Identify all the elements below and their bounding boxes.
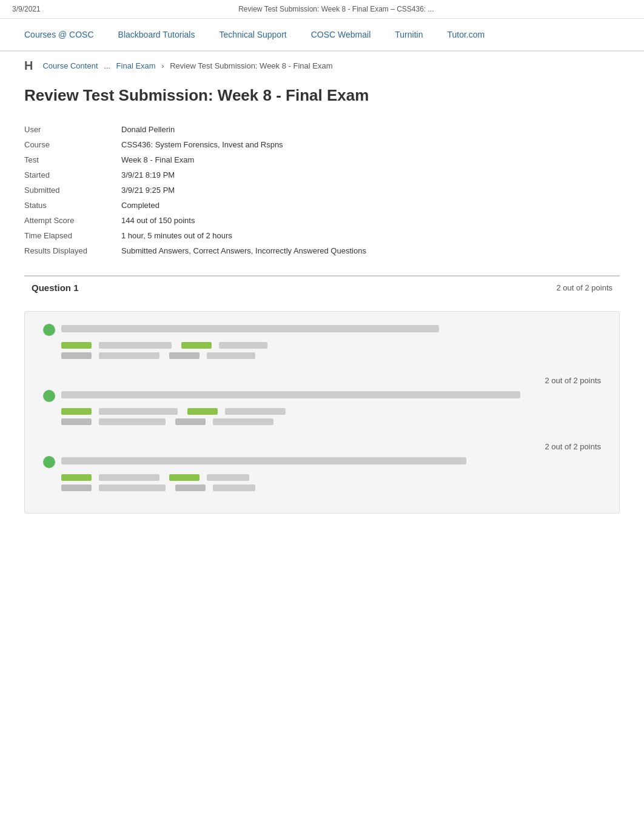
breadcrumb-final-exam[interactable]: Final Exam [116,61,156,70]
blurred-option-1a [61,342,601,349]
option-badge-2a2 [187,408,218,415]
info-label: Submitted [24,183,121,198]
option-badge-2a [61,408,92,415]
main-content: Review Test Submission: Week 8 - Final E… [0,80,644,550]
blurred-option-1b [61,352,601,359]
info-value: Completed [121,198,374,213]
info-label: User [24,122,121,137]
blurred-question-text-1 [61,325,439,332]
top-bar: 3/9/2021 Review Test Submission: Week 8 … [0,0,644,19]
info-row: Results DisplayedSubmitted Answers, Corr… [24,243,374,258]
blurred-score-1: 2 out of 2 points [43,376,601,385]
info-value: 144 out of 150 points [121,213,374,228]
info-label: Started [24,167,121,183]
nav-support[interactable]: Technical Support [207,19,298,50]
option-text-1a [99,342,172,349]
breadcrumb-current: Review Test Submission: Week 8 - Final E… [170,61,332,70]
blurred-option-3b [61,485,601,491]
option-badge-2b2 [175,418,206,425]
option-badge-1a2 [181,342,212,349]
blurred-score-2: 2 out of 2 points [43,442,601,451]
option-badge-1b [61,352,92,359]
option-badge-3a [61,474,92,481]
info-row: Submitted3/9/21 9:25 PM [24,183,374,198]
info-row: UserDonald Pellerin [24,122,374,137]
top-date: 3/9/2021 [12,5,41,13]
blurred-row-1 [43,324,601,359]
option-text-1b [99,352,159,359]
blurred-question-text-2 [61,391,520,398]
info-label: Test [24,152,121,167]
page-title: Review Test Submission: Week 8 - Final E… [24,86,620,105]
question-1-label: Question 1 [32,283,79,293]
correct-icon-3 [43,456,55,468]
option-text-2a [99,408,178,415]
info-row: Started3/9/21 8:19 PM [24,167,374,183]
blurred-section: 2 out of 2 points [24,311,620,514]
info-row: CourseCSS436: System Forensics, Invest a… [24,137,374,152]
info-label: Results Displayed [24,243,121,258]
breadcrumb: Course Content ... Final Exam › Review T… [42,61,332,70]
breadcrumb-sep-2: › [161,61,166,70]
breadcrumb-course-content[interactable]: Course Content [42,61,98,70]
nav-courses[interactable]: Courses @ COSC [12,19,106,50]
nav-bar: Courses @ COSC Blackboard Tutorials Tech… [0,19,644,52]
blurred-row-2 [43,390,601,425]
info-value: 3/9/21 8:19 PM [121,167,374,183]
correct-icon-1 [43,324,55,336]
question-1-header: Question 1 2 out of 2 points [24,275,620,299]
nav-webmail[interactable]: COSC Webmail [299,19,383,50]
info-value: 1 hour, 5 minutes out of 2 hours [121,228,374,243]
info-row: Attempt Score144 out of 150 points [24,213,374,228]
option-text-1a2 [219,342,267,349]
blurred-option-2b [61,418,601,425]
info-value: Submitted Answers, Correct Answers, Inco… [121,243,374,258]
info-row: StatusCompleted [24,198,374,213]
blurred-option-2a [61,408,601,415]
option-text-3b2 [213,485,255,491]
blurred-row-3 [43,456,601,491]
info-row: TestWeek 8 - Final Exam [24,152,374,167]
option-text-3b [99,485,166,491]
info-label: Time Elapsed [24,228,121,243]
option-text-2b [99,418,166,425]
option-badge-3a2 [169,474,200,481]
option-text-3a [99,474,159,481]
info-row: Time Elapsed1 hour, 5 minutes out of 2 h… [24,228,374,243]
blurred-row-2-header [43,390,601,402]
blurred-question-text-3 [61,457,466,464]
correct-icon-2 [43,390,55,402]
option-badge-3b [61,485,92,491]
info-label: Attempt Score [24,213,121,228]
nav-tutorials[interactable]: Blackboard Tutorials [106,19,207,50]
blurred-row-3-header [43,456,601,468]
option-badge-1b2 [169,352,200,359]
info-label: Status [24,198,121,213]
option-text-1b2 [207,352,255,359]
breadcrumb-area: H Course Content ... Final Exam › Review… [0,52,644,80]
breadcrumb-sep-1: ... [104,61,110,70]
info-value: CSS436: System Forensics, Invest and Rsp… [121,137,374,152]
question-1-points: 2 out of 2 points [556,283,612,292]
option-badge-1a [61,342,92,349]
option-badge-2b [61,418,92,425]
info-value: 3/9/21 9:25 PM [121,183,374,198]
nav-tutor[interactable]: Tutor.com [435,19,497,50]
option-text-3a2 [207,474,249,481]
option-text-2b2 [213,418,273,425]
info-table: UserDonald PellerinCourseCSS436: System … [24,122,374,258]
breadcrumb-home-icon: H [24,59,33,73]
info-value: Week 8 - Final Exam [121,152,374,167]
info-value: Donald Pellerin [121,122,374,137]
nav-turnitin[interactable]: Turnitin [383,19,435,50]
blurred-option-3a [61,474,601,481]
option-badge-3b2 [175,485,206,491]
option-text-2a2 [225,408,286,415]
info-label: Course [24,137,121,152]
blurred-row-1-header [43,324,601,336]
top-title: Review Test Submission: Week 8 - Final E… [238,5,434,13]
